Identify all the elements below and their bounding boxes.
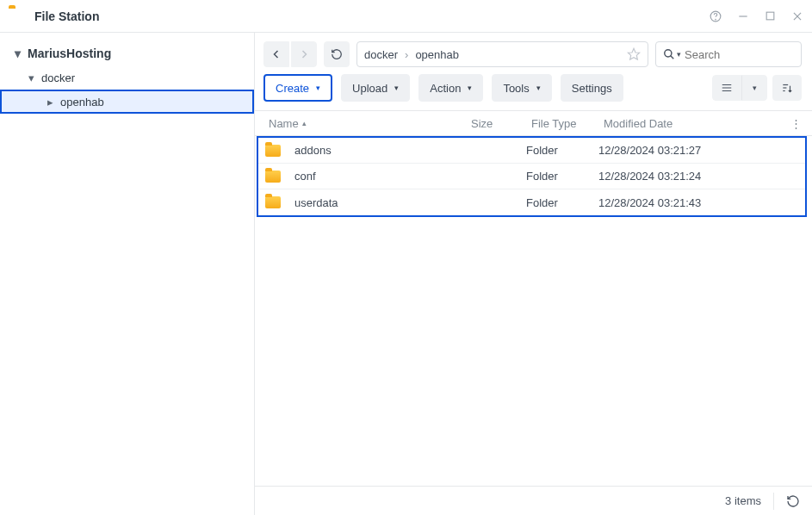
tools-button[interactable]: Tools ▾ — [492, 74, 551, 102]
folder-icon — [265, 196, 281, 208]
sidebar: ▾ MariusHosting ▾ docker ▸ openhab — [0, 33, 255, 515]
button-label: Upload — [352, 82, 387, 95]
chevron-down-icon: ▾ — [12, 47, 22, 60]
refresh-button[interactable] — [324, 41, 350, 67]
cell-type: Folder — [526, 144, 598, 157]
tree-node-label: docker — [41, 71, 75, 84]
svg-point-1 — [716, 19, 716, 20]
toolbar: Create ▾ Upload ▾ Action ▾ Tools ▾ Setti… — [255, 74, 812, 110]
chevron-down-icon: ▾ — [468, 84, 472, 92]
view-dropdown-button[interactable]: ▾ — [741, 75, 767, 101]
column-menu-icon[interactable]: ⋮ — [784, 117, 802, 130]
nav-back-button[interactable] — [263, 41, 289, 67]
breadcrumb[interactable]: docker › openhab — [356, 41, 648, 67]
app-icon — [9, 8, 26, 25]
settings-button[interactable]: Settings — [561, 74, 623, 102]
tree-root[interactable]: ▾ MariusHosting — [0, 41, 254, 65]
chevron-down-icon: ▾ — [316, 84, 320, 92]
upload-button[interactable]: Upload ▾ — [341, 74, 410, 102]
button-label: Create — [276, 82, 309, 95]
folder-icon — [265, 171, 281, 183]
chevron-down-icon: ▾ — [394, 84, 399, 92]
search-input[interactable] — [685, 48, 812, 61]
chevron-down-icon: ▾ — [536, 84, 541, 92]
svg-rect-3 — [766, 12, 774, 20]
button-label: Action — [430, 82, 461, 95]
tree-node-openhab[interactable]: ▸ openhab — [0, 90, 254, 114]
titlebar: File Station — [0, 0, 812, 33]
folder-icon — [265, 145, 281, 157]
minimize-icon[interactable] — [737, 10, 749, 22]
sort-asc-icon: ▴ — [302, 119, 307, 127]
refresh-icon[interactable] — [786, 494, 800, 508]
table-row[interactable]: userdata Folder 12/28/2024 03:21:43 — [258, 189, 805, 215]
column-name[interactable]: Name ▴ — [263, 117, 471, 130]
tree-root-label: MariusHosting — [28, 47, 111, 60]
action-button[interactable]: Action ▾ — [418, 74, 483, 102]
nav-forward-button[interactable] — [291, 41, 317, 67]
chevron-down-icon[interactable]: ▾ — [677, 50, 681, 59]
table-header: Name ▴ Size File Type Modified Date ⋮ — [255, 110, 812, 136]
close-icon[interactable] — [791, 10, 803, 22]
cell-name: conf — [289, 170, 466, 183]
svg-line-8 — [671, 56, 674, 59]
item-count: 3 items — [725, 494, 761, 507]
chevron-right-icon: › — [401, 48, 412, 61]
cell-name: addons — [289, 144, 466, 157]
cell-date: 12/28/2024 03:21:27 — [598, 144, 779, 157]
button-label: Tools — [503, 82, 529, 95]
help-icon[interactable] — [710, 10, 722, 22]
table-row[interactable]: conf Folder 12/28/2024 03:21:24 — [258, 164, 805, 189]
file-table: Name ▴ Size File Type Modified Date ⋮ ad… — [255, 110, 812, 486]
sort-button[interactable] — [772, 75, 802, 101]
view-list-button[interactable] — [712, 75, 741, 101]
svg-marker-6 — [628, 48, 639, 59]
table-row[interactable]: addons Folder 12/28/2024 03:21:27 — [258, 138, 805, 164]
status-bar: 3 items — [255, 486, 812, 515]
button-label: Settings — [572, 82, 612, 95]
breadcrumb-segment[interactable]: openhab — [415, 48, 459, 61]
maximize-icon[interactable] — [765, 10, 776, 22]
chevron-down-icon: ▾ — [26, 71, 36, 84]
window-title: File Station — [34, 9, 710, 23]
tree-node-docker[interactable]: ▾ docker — [0, 65, 254, 90]
cell-type: Folder — [526, 196, 598, 209]
pathbar: docker › openhab ▾ — [255, 33, 812, 74]
column-date[interactable]: Modified Date — [604, 117, 784, 130]
svg-point-7 — [665, 50, 672, 57]
breadcrumb-segment[interactable]: docker — [364, 48, 398, 61]
create-button[interactable]: Create ▾ — [263, 74, 332, 102]
cell-name: userdata — [289, 196, 466, 209]
cell-date: 12/28/2024 03:21:24 — [598, 170, 779, 183]
column-type[interactable]: File Type — [531, 117, 604, 130]
chevron-right-icon: ▸ — [45, 96, 55, 109]
column-size[interactable]: Size — [471, 117, 531, 130]
tree-node-label: openhab — [60, 96, 104, 109]
selection-highlight: addons Folder 12/28/2024 03:21:27 conf F… — [257, 136, 807, 217]
cell-date: 12/28/2024 03:21:43 — [598, 196, 779, 209]
favorite-icon[interactable] — [627, 47, 641, 61]
search-box[interactable]: ▾ — [655, 41, 802, 67]
search-icon — [663, 48, 675, 60]
cell-type: Folder — [526, 170, 598, 183]
